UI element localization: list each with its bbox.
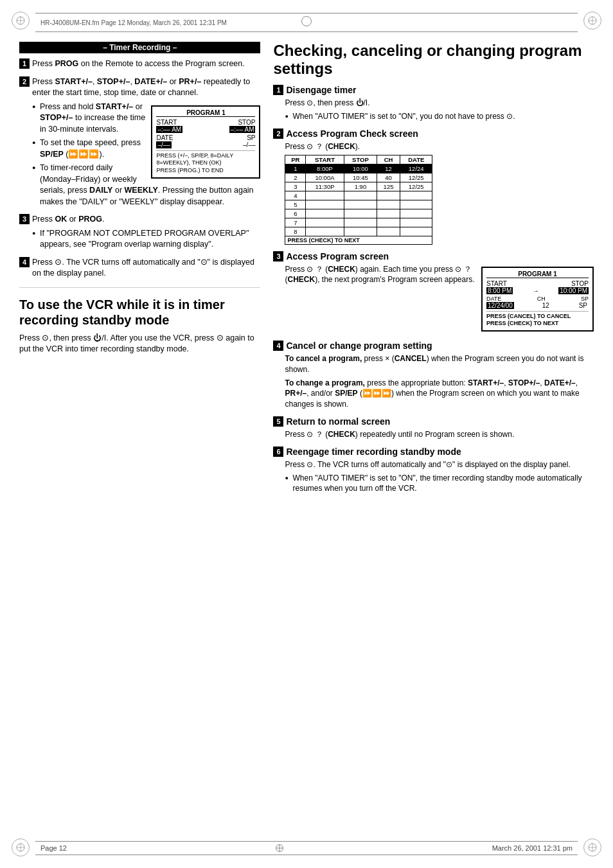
prog-ch-val: 12 (541, 302, 551, 309)
step-3-text: Press OK or PROG. (32, 214, 260, 226)
right-step-num-1: 1 (273, 85, 283, 95)
right-step-6-bullet: When "AUTO TIMER" is set to "ON", the ti… (285, 473, 594, 495)
right-step-3-header: 3 Access Program screen (273, 251, 594, 261)
check-table-row-4: 4 (285, 191, 432, 200)
check-table-row-6: 6 (285, 209, 432, 218)
right-step-4: 4 Cancel or change program setting To ca… (273, 341, 594, 410)
prog-screen-labels: START STOP (486, 280, 589, 287)
check-row3-date: 12/25 (400, 182, 432, 191)
prog-arrow: → (533, 287, 539, 294)
right-step-3-heading: Access Program screen (286, 251, 389, 261)
check-row3-ch: 125 (377, 182, 400, 191)
check-row1-date: 12/24 (400, 164, 432, 173)
left-step-1: 1 Press PROG on the Remote to access the… (19, 58, 260, 73)
prog-screen-vals: 8:00 PM → 10:00 PM (486, 287, 589, 294)
step-2-bullet-1: Press and hold START+/– or STOP+/– to in… (32, 102, 260, 136)
right-step-5: 5 Return to normal screen Press ⊙ ？ (CHE… (273, 416, 594, 440)
right-step-1-body: Press ⊙, then press ⏻/I. When "AUTO TIME… (285, 98, 594, 122)
step-num-4: 4 (19, 257, 30, 267)
step-1-text: Press PROG on the Remote to access the P… (32, 58, 260, 70)
check-table-row-3: 3 11:30P 1:90 125 12/25 (285, 182, 432, 191)
timer-recording-title: – Timer Recording – (19, 42, 260, 53)
prog-stop-label: STOP (571, 280, 589, 287)
right-step-1-heading: Disengage timer (286, 85, 356, 95)
step-3-content: Press OK or PROG. If "PROGRAM NOT COMPLE… (32, 214, 260, 253)
check-row2-pr: 2 (285, 173, 306, 182)
footer-strip: Page 12 March 26, 2001 12:31 pm (35, 841, 578, 855)
prog-screen-instructions: PRESS (CANCEL) TO CANCELPRESS (CHECK) TO… (486, 311, 589, 328)
step-4-text: Press ⊙. The VCR turns off automatically… (32, 257, 260, 279)
right-step-3-text-area: Press ⊙ ？ (CHECK) again. Each time you p… (285, 264, 476, 288)
step-2-bullet-2: To set the tape speed, press SP/EP (⏩⏩⏩)… (32, 137, 260, 160)
right-main-title: Checking, canceling or changing program … (273, 42, 594, 77)
right-step-6-heading: Reengage timer recording standby mode (286, 447, 461, 457)
standby-text: Press ⊙, then press ⏻/I. After you use t… (19, 333, 260, 355)
check-table-header-pr: PR (285, 155, 306, 164)
prog-date-label: DATE (486, 296, 501, 302)
right-step-4-heading: Cancel or change program setting (286, 341, 432, 351)
right-step-1: 1 Disengage timer Press ⊙, then press ⏻/… (273, 85, 594, 122)
check-row1-start: 8:00P (306, 164, 344, 173)
right-column: Checking, canceling or changing program … (273, 42, 594, 833)
step-num-3: 3 (19, 214, 30, 224)
footer-date: March 26, 2001 12:31 pm (492, 844, 573, 852)
check-table-instructions: PRESS (CHECK) TO NEXT (285, 236, 432, 244)
header-filename: HR-J4008UM-EN.fm Page 12 Monday, March 2… (40, 19, 227, 26)
right-step-num-6: 6 (273, 447, 283, 457)
right-step-5-heading: Return to normal screen (286, 416, 390, 427)
check-row3-stop: 1:90 (344, 182, 377, 191)
check-table-header-ch: CH (377, 155, 400, 164)
content-area: – Timer Recording – 1 Press PROG on the … (19, 42, 594, 833)
check-table-header-start: START (306, 155, 344, 164)
corner-mark-bl (12, 838, 30, 856)
footer-page-num: Page 12 (40, 844, 67, 852)
step-1-content: Press PROG on the Remote to access the P… (32, 58, 260, 73)
right-step-3-body: Press ⊙ ？ (CHECK) again. Each time you p… (285, 264, 594, 334)
right-step-5-body: Press ⊙ ？ (CHECK) repeatedly until no Pr… (285, 429, 594, 440)
left-step-3: 3 Press OK or PROG. If "PROGRAM NOT COMP… (19, 214, 260, 253)
right-step-6: 6 Reengage timer recording standby mode … (273, 447, 594, 494)
left-step-2: 2 Press START+/–, STOP+/–, DATE+/– or PR… (19, 76, 260, 211)
right-step-6-header: 6 Reengage timer recording standby mode (273, 447, 594, 457)
prog-screen-row4: 12/24/00 12 SP (486, 302, 589, 309)
right-step-2-body: Press ⊙ ？ (CHECK). PR START STOP CH DATE (285, 141, 594, 245)
corner-mark-tl (12, 12, 30, 30)
right-step-num-5: 5 (273, 416, 283, 427)
left-step-4: 4 Press ⊙. The VCR turns off automatical… (19, 257, 260, 282)
step-4-content: Press ⊙. The VCR turns off automatically… (32, 257, 260, 282)
right-step-5-header: 5 Return to normal screen (273, 416, 594, 427)
prog-start-val: 8:00 PM (486, 287, 513, 294)
step-num-2: 2 (19, 76, 30, 87)
check-table-row-1: 1 8:00P 10:00 12 12/24 (285, 164, 432, 173)
check-table-row-8: 8 (285, 227, 432, 236)
prog-stop-val: 10:00 PM (558, 287, 589, 294)
check-table-header-date: DATE (400, 155, 432, 164)
step-num-1: 1 (19, 58, 30, 69)
corner-mark-tr (583, 12, 601, 30)
right-step-4-change: To change a program, press the appropria… (285, 378, 594, 410)
check-row1-ch: 12 (377, 164, 400, 173)
right-step-6-text: Press ⊙. The VCR turns off automatically… (285, 459, 594, 470)
prog-start-label: START (486, 280, 507, 287)
prog-screen-row3: DATE CH SP (486, 296, 589, 302)
right-step-2-text: Press ⊙ ？ (CHECK). (285, 141, 594, 152)
header-center-mark (301, 16, 312, 26)
check-table-header-stop: STOP (344, 155, 377, 164)
right-step-2-heading: Access Program Check screen (286, 128, 418, 139)
standby-section: To use the VCR while it is in timer reco… (19, 297, 260, 355)
right-step-1-text: Press ⊙, then press ⏻/I. (285, 98, 594, 109)
check-row1-pr: 1 (285, 164, 306, 173)
right-step-3-text: Press ⊙ ？ (CHECK) again. Each time you p… (285, 264, 476, 286)
check-row1-stop: 10:00 (344, 164, 377, 173)
check-table-row-7: 7 (285, 218, 432, 227)
check-row2-stop: 10:45 (344, 173, 377, 182)
right-step-2: 2 Access Program Check screen Press ⊙ ？ … (273, 128, 594, 245)
divider (19, 287, 260, 288)
check-row2-date: 12/25 (400, 173, 432, 182)
prog-ch-label: CH (537, 296, 546, 302)
check-row3-pr: 3 (285, 182, 306, 191)
check-row2-start: 10:00A (306, 173, 344, 182)
prog-screen-title: PROGRAM 1 (486, 270, 589, 278)
prog-sp-label: SP (581, 296, 589, 302)
footer-center-mark (276, 844, 283, 852)
